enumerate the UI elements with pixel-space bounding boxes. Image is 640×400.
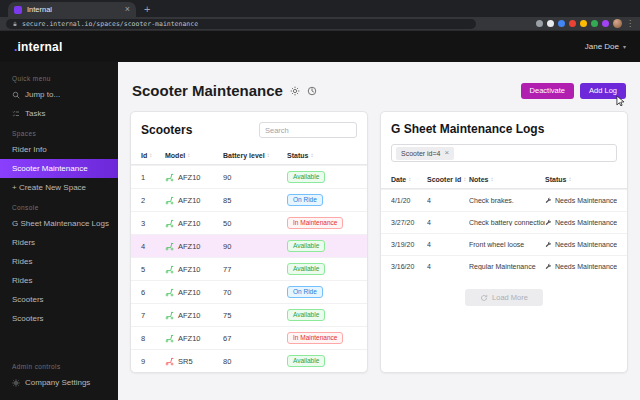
- sidebar-item-label: + Create New Space: [12, 183, 86, 192]
- sidebar-item-label: Rides: [12, 257, 32, 266]
- sidebar-item-gsheet-maintenance-logs[interactable]: G Sheet Maintenance Logs: [0, 214, 118, 233]
- table-row[interactable]: 3/16/20 4 Regular Maintenance Needs Main…: [381, 255, 627, 277]
- cell-model: AFZ10: [165, 196, 223, 205]
- status-badge: In Maintenance: [287, 332, 343, 345]
- status-badge: On Ride: [287, 286, 323, 299]
- table-row[interactable]: 6 AFZ10 70 On Ride: [131, 280, 367, 303]
- sidebar-item-scooters[interactable]: Scooters: [0, 309, 118, 328]
- status-badge: Available: [287, 171, 325, 184]
- sidebar-item-rides[interactable]: Rides: [0, 252, 118, 271]
- column-header-scooter-id[interactable]: Scooter id↕: [427, 176, 469, 183]
- sidebar-item-create-new-space[interactable]: + Create New Space: [0, 178, 118, 197]
- scooters-table-header: Id↕ Model↕ Battery level↕ Status↕: [131, 146, 367, 165]
- extension-icon[interactable]: [580, 20, 587, 27]
- extension-icon[interactable]: [547, 20, 554, 27]
- column-header-status[interactable]: Status↕: [287, 152, 357, 159]
- sidebar-item-label: Scooters: [12, 314, 44, 323]
- cell-battery: 80: [223, 357, 287, 366]
- table-row[interactable]: 3/19/20 4 Front wheel loose Needs Mainte…: [381, 233, 627, 255]
- column-header-id[interactable]: Id↕: [141, 152, 165, 159]
- status-badge: Available: [287, 263, 325, 276]
- table-row[interactable]: 3/27/20 4 Check battery connections Need…: [381, 211, 627, 233]
- cell-battery: 85: [223, 196, 287, 205]
- cell-notes: Check brakes.: [469, 197, 545, 204]
- filter-chip[interactable]: Scooter id=4 ×: [396, 147, 454, 160]
- wrench-icon: [545, 263, 552, 270]
- sidebar-item-company-settings[interactable]: Company Settings: [0, 373, 118, 392]
- add-log-button[interactable]: Add Log: [580, 83, 626, 99]
- settings-gear-icon[interactable]: [290, 86, 300, 96]
- sidebar-item-tasks[interactable]: Tasks: [0, 104, 118, 123]
- sidebar-item-rides[interactable]: Rides: [0, 271, 118, 290]
- table-row[interactable]: 1 AFZ10 90 Available: [131, 165, 367, 188]
- tab-title: Internal: [27, 5, 120, 14]
- cell-status: Available: [287, 309, 357, 322]
- extension-icon[interactable]: [591, 20, 598, 27]
- extension-icon[interactable]: [569, 20, 576, 27]
- chip-close-icon[interactable]: ×: [445, 149, 450, 157]
- refresh-icon: [480, 294, 488, 302]
- scooter-icon: [165, 265, 174, 274]
- sidebar-item-rider-info[interactable]: Rider Info: [0, 140, 118, 159]
- sort-icon: ↕: [463, 176, 466, 182]
- sort-icon: ↕: [310, 152, 313, 158]
- sidebar-item-jump-to[interactable]: Jump to...: [0, 85, 118, 104]
- table-row[interactable]: 4/1/20 4 Check brakes. Needs Maintenance: [381, 189, 627, 211]
- extension-icon[interactable]: [602, 20, 609, 27]
- sort-icon: ↕: [568, 176, 571, 182]
- cell-date: 4/1/20: [391, 197, 427, 204]
- column-header-battery-level[interactable]: Battery level↕: [223, 152, 287, 159]
- status-badge: In Maintenance: [287, 217, 343, 230]
- extension-icon[interactable]: [558, 20, 565, 27]
- mouse-cursor-icon: [616, 95, 627, 106]
- extension-icon[interactable]: [536, 20, 543, 27]
- load-more-button[interactable]: Load More: [465, 289, 543, 306]
- browser-tab[interactable]: Internal ×: [8, 2, 136, 17]
- extensions-row: ⋮: [536, 19, 634, 28]
- table-row[interactable]: 2 AFZ10 85 On Ride: [131, 188, 367, 211]
- table-row[interactable]: 3 AFZ10 50 In Maintenance: [131, 211, 367, 234]
- column-header-status[interactable]: Status↕: [545, 176, 617, 183]
- browser-menu-icon[interactable]: ⋮: [626, 20, 634, 28]
- cell-id: 4: [141, 242, 165, 251]
- column-header-notes[interactable]: Notes↕: [469, 176, 545, 183]
- cell-scooter-id: 4: [427, 263, 469, 270]
- cards-row: Scooters Id↕ Model↕ Battery level↕ Statu…: [130, 111, 628, 373]
- table-row-selected[interactable]: 4 AFZ10 90 Available: [131, 234, 367, 257]
- table-row[interactable]: 7 AFZ10 75 Available: [131, 303, 367, 326]
- scooter-icon: [165, 288, 174, 297]
- cell-status: Available: [287, 240, 357, 253]
- cell-status: Available: [287, 263, 357, 276]
- cell-status: Needs Maintenance: [545, 263, 617, 270]
- logo-text: internal: [18, 40, 63, 54]
- cell-model: AFZ10: [165, 288, 223, 297]
- address-bar[interactable]: secure.internal.io/spaces/scooter-mainte…: [6, 19, 476, 29]
- tab-close-icon[interactable]: ×: [125, 5, 130, 14]
- sidebar-item-riders[interactable]: Riders: [0, 233, 118, 252]
- sidebar-item-scooter-maintenance[interactable]: Scooter Maintenance: [0, 159, 118, 178]
- cell-notes: Regular Maintenance: [469, 263, 545, 270]
- lock-icon: [12, 21, 18, 27]
- filter-input[interactable]: Scooter id=4 ×: [391, 144, 617, 162]
- history-icon[interactable]: [307, 86, 317, 96]
- scooter-icon: [165, 219, 174, 228]
- profile-avatar[interactable]: [613, 19, 622, 28]
- cell-scooter-id: 4: [427, 197, 469, 204]
- chevron-down-icon: ▾: [623, 43, 626, 50]
- cell-battery: 67: [223, 334, 287, 343]
- sidebar-item-scooters[interactable]: Scooters: [0, 290, 118, 309]
- search-input[interactable]: [259, 122, 357, 138]
- table-row[interactable]: 8 AFZ10 67 In Maintenance: [131, 326, 367, 349]
- app-logo[interactable]: .internal: [14, 40, 63, 54]
- user-menu[interactable]: Jane Doe ▾: [585, 42, 626, 51]
- deactivate-button[interactable]: Deactivate: [521, 83, 574, 99]
- column-header-date[interactable]: Date↕: [391, 176, 427, 183]
- column-header-model[interactable]: Model↕: [165, 152, 223, 159]
- table-row[interactable]: 9 SR5 80 Available: [131, 349, 367, 372]
- page-header: Scooter Maintenance Deactivate Add Log: [132, 82, 626, 99]
- wrench-icon: [545, 197, 552, 204]
- new-tab-button[interactable]: +: [144, 4, 150, 15]
- table-row[interactable]: 5 AFZ10 77 Available: [131, 257, 367, 280]
- browser-toolbar: secure.internal.io/spaces/scooter-mainte…: [0, 17, 640, 31]
- sidebar-item-label: Riders: [12, 238, 35, 247]
